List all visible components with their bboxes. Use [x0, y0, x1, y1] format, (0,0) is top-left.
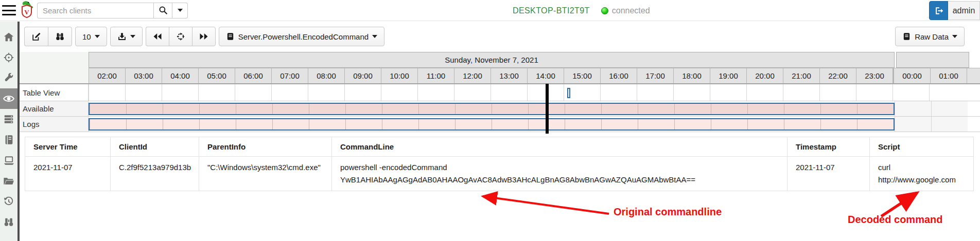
timeline-cell[interactable] [345, 119, 382, 129]
table-row[interactable]: 2021-11-07 C.2f9f5213a979d13b "C:\Window… [25, 157, 974, 191]
column-header-clientid[interactable]: ClientId [111, 137, 199, 157]
hour-cell[interactable]: 20:00 [746, 68, 783, 83]
hour-cell[interactable]: 11:00 [417, 68, 454, 83]
hour-cell[interactable]: 15:00 [564, 68, 600, 83]
hour-cell[interactable]: 03:00 [125, 68, 162, 83]
timeline-forward-button[interactable] [192, 27, 216, 46]
timeline-cell[interactable] [931, 101, 968, 116]
timeline-cell[interactable] [931, 117, 968, 132]
hour-cell[interactable]: 12:00 [454, 68, 491, 83]
timeline-cell[interactable] [126, 104, 163, 114]
search-button[interactable] [153, 3, 172, 18]
hour-cell[interactable]: 08:00 [308, 68, 344, 83]
edit-cell-button[interactable] [24, 27, 48, 46]
timeline-cell[interactable] [600, 84, 637, 101]
hour-cell[interactable]: 21:00 [783, 68, 819, 83]
timeline-cell[interactable] [272, 119, 309, 129]
raw-data-dropdown[interactable]: Raw Data [895, 27, 965, 46]
available-data-bar[interactable] [89, 103, 895, 115]
row-label-table-view[interactable]: Table View [20, 84, 89, 101]
timeline-cell[interactable] [236, 119, 272, 129]
hour-cell[interactable]: 06:00 [235, 68, 271, 83]
column-header-timestamp[interactable]: Timestamp [787, 137, 870, 157]
hour-cell[interactable]: 23:00 [856, 68, 892, 83]
column-header-server-time[interactable]: Server Time [25, 137, 111, 157]
timeline-cell[interactable] [345, 104, 382, 114]
logs-data-bar[interactable] [89, 118, 895, 131]
timeline-cell[interactable] [126, 119, 163, 129]
timeline-cell[interactable] [382, 104, 418, 114]
artifact-selector-dropdown[interactable]: Server.Powershell.EncodedCommand [219, 27, 384, 46]
hour-cell[interactable]: 14:00 [527, 68, 564, 83]
hour-cell[interactable]: 10:00 [381, 68, 417, 83]
timeline-cell[interactable] [236, 104, 272, 114]
hour-cell[interactable]: 19:00 [710, 68, 746, 83]
timeline-cell[interactable] [381, 84, 417, 101]
timeline-cell[interactable] [747, 104, 784, 114]
timeline-cell[interactable] [673, 84, 710, 101]
column-header-parentinfo[interactable]: ParentInfo [199, 137, 332, 157]
timeline-cell[interactable] [455, 119, 492, 129]
row-label-logs[interactable]: Logs [20, 117, 89, 132]
logout-button[interactable] [929, 1, 948, 20]
timeline-cell[interactable] [418, 119, 455, 129]
timeline-cell[interactable] [746, 84, 783, 101]
timeline-cell[interactable] [857, 119, 894, 129]
timeline-cell[interactable] [857, 104, 894, 114]
timeline-cell[interactable] [418, 104, 455, 114]
timeline-cell[interactable] [163, 119, 199, 129]
sidebar-item-host-info[interactable] [0, 150, 18, 171]
hour-cell[interactable]: 07:00 [271, 68, 308, 83]
hour-cell[interactable]: 17:00 [637, 68, 673, 83]
timeline-cell[interactable] [783, 84, 819, 101]
timeline-cell[interactable] [417, 84, 454, 101]
hour-cell[interactable]: 00:00 [894, 68, 930, 83]
timeline-cell[interactable] [454, 84, 491, 101]
sidebar-item-overview-active[interactable] [0, 88, 18, 109]
timeline-cell[interactable] [90, 104, 126, 114]
timeline-cell[interactable] [895, 117, 931, 132]
timeline-cell[interactable] [382, 119, 418, 129]
timeline-cell[interactable] [674, 119, 711, 129]
timeline-cell[interactable] [90, 119, 126, 129]
timeline-cell[interactable] [820, 119, 857, 129]
hour-cell[interactable]: 02:00 [89, 68, 125, 83]
timeline-cell[interactable] [162, 84, 198, 101]
timeline-playhead-cursor[interactable] [546, 84, 549, 134]
timeline-cell[interactable] [710, 84, 746, 101]
client-hostname[interactable]: DESKTOP-BTI2T9T [513, 6, 590, 15]
column-header-commandline[interactable]: CommandLine [332, 137, 787, 157]
hour-cell[interactable]: 09:00 [344, 68, 381, 83]
timeline-cell[interactable] [272, 104, 309, 114]
row-label-available[interactable]: Available [20, 101, 89, 116]
timeline-cell[interactable] [711, 104, 747, 114]
timeline-cell[interactable] [820, 104, 857, 114]
timeline-cell[interactable] [819, 84, 856, 101]
date-band-monday[interactable] [896, 52, 969, 68]
timeline-cell[interactable] [308, 84, 344, 101]
timeline-cell[interactable] [784, 104, 820, 114]
timeline-cell[interactable] [601, 119, 638, 129]
timeline-cell[interactable] [892, 84, 929, 101]
date-band-sunday[interactable]: Sunday, November 7, 2021 [89, 52, 895, 68]
search-input[interactable] [37, 3, 153, 18]
timeline-cell[interactable] [637, 84, 673, 101]
timeline-cell[interactable] [309, 119, 345, 129]
timeline-cell[interactable] [895, 101, 931, 116]
timeline-cell[interactable] [492, 104, 528, 114]
timeline-center-button[interactable] [169, 27, 192, 46]
sidebar-item-hunts[interactable] [0, 47, 18, 68]
sidebar-item-search-hunt[interactable] [0, 212, 18, 232]
sidebar-item-home[interactable] [0, 27, 18, 47]
timeline-cell[interactable] [711, 119, 747, 129]
timeline-cell[interactable] [199, 119, 236, 129]
timeline-cell[interactable] [199, 104, 236, 114]
timeline-cell[interactable] [565, 104, 601, 114]
timeline-cell[interactable] [271, 84, 308, 101]
page-size-dropdown[interactable]: 10 [75, 27, 107, 46]
search-options-dropdown[interactable] [172, 3, 188, 18]
timeline-cell[interactable] [565, 119, 601, 129]
timeline-selection-cursor[interactable] [567, 88, 570, 98]
download-dropdown[interactable] [110, 27, 143, 46]
sidebar-item-flows-history[interactable] [0, 191, 18, 212]
